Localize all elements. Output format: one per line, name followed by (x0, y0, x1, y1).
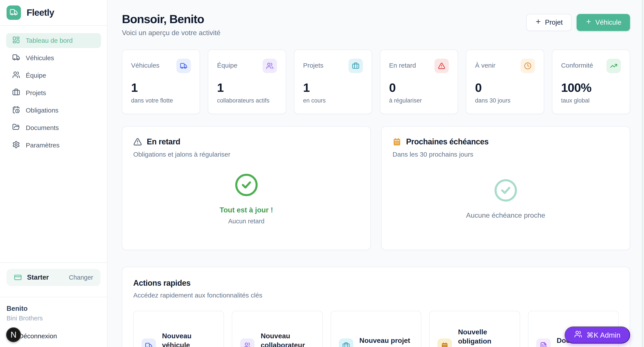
header-actions: Projet Véhicule (526, 14, 630, 31)
user-company: Bini Brothers (6, 315, 100, 322)
app-window: Fleetly Tableau de bord Véhicules Équipe (0, 0, 644, 347)
brand-logo (6, 6, 21, 20)
folder-open-icon (12, 123, 20, 132)
sidebar-item-parametres[interactable]: Paramètres (6, 138, 101, 153)
truck-icon (12, 54, 20, 63)
late-empty-title: Tout est à jour ! (220, 206, 273, 214)
upcoming-panel-subtitle: Dans les 30 prochains jours (392, 151, 619, 158)
user-section: Benito Bini Brothers Déconnexion N (0, 297, 107, 347)
file-text-icon (536, 338, 551, 347)
plus-icon (585, 18, 592, 26)
stat-card-conformite[interactable]: Conformité 100% taux global (552, 50, 630, 114)
gear-icon (12, 141, 20, 150)
sidebar-item-label: Projets (26, 89, 46, 96)
users-icon (12, 71, 20, 80)
nextjs-dev-badge[interactable]: N (6, 327, 21, 342)
add-vehicle-label: Véhicule (595, 18, 621, 26)
truck-icon (142, 338, 156, 347)
sidebar-item-label: Équipe (26, 72, 46, 79)
sidebar-item-equipe[interactable]: Équipe (6, 68, 101, 83)
sidebar-nav: Tableau de bord Véhicules Équipe Projets (0, 26, 107, 155)
admin-command-label: ⌘K Admin (586, 331, 620, 339)
add-project-button[interactable]: Projet (526, 14, 572, 31)
stat-value: 0 (389, 80, 449, 95)
late-panel: En retard Obligations et jalons à régula… (122, 126, 371, 250)
users-icon (240, 338, 254, 347)
stat-card-vehicules[interactable]: Véhicules 1 dans votre flotte (122, 50, 200, 114)
late-panel-title: En retard (147, 137, 180, 146)
check-circle-icon (234, 173, 259, 198)
stat-value: 1 (131, 80, 191, 95)
plan-box: Starter Changer (6, 269, 100, 286)
stat-card-en-retard[interactable]: En retard 0 à régulariser (380, 50, 458, 114)
stat-caption: en cours (303, 97, 363, 104)
plan-section: Starter Changer (0, 262, 107, 297)
calendar-icon (392, 138, 401, 146)
action-card-nouveau-projet[interactable]: Nouveau projet Créer un chantier (330, 311, 421, 347)
users-icon (262, 59, 277, 73)
users-icon (574, 330, 582, 340)
sidebar-item-label: Obligations (26, 107, 58, 114)
late-panel-subtitle: Obligations et jalons à régulariser (133, 151, 360, 158)
sidebar-item-label: Documents (26, 124, 59, 132)
stat-value: 1 (303, 80, 363, 95)
trending-up-icon (606, 59, 621, 73)
sidebar-item-vehicules[interactable]: Véhicules (6, 50, 101, 66)
sidebar-item-tableau-de-bord[interactable]: Tableau de bord (6, 33, 101, 48)
upcoming-panel-empty-state: Aucune échéance proche (392, 158, 619, 239)
stat-card-equipe[interactable]: Équipe 1 collaborateurs actifs (208, 50, 286, 114)
scrollbar[interactable] (642, 0, 644, 347)
stat-label: Projets (303, 59, 324, 69)
stat-value: 1 (217, 80, 277, 95)
briefcase-icon (348, 59, 363, 73)
briefcase-icon (12, 88, 20, 98)
sidebar-item-documents[interactable]: Documents (6, 120, 101, 135)
stat-value: 100% (561, 80, 621, 95)
briefcase-icon (339, 338, 353, 347)
stat-label: En retard (389, 59, 416, 69)
sidebar-item-label: Tableau de bord (26, 37, 72, 44)
stat-label: Équipe (217, 59, 237, 69)
stat-value: 0 (475, 80, 535, 95)
stat-caption: dans votre flotte (131, 97, 191, 104)
truck-icon (176, 59, 191, 73)
stat-label: Véhicules (131, 59, 160, 69)
alert-triangle-icon (434, 59, 449, 73)
brand-name: Fleetly (26, 8, 54, 18)
stat-card-a-venir[interactable]: À venir 0 dans 30 jours (466, 50, 544, 114)
calendar-icon (438, 338, 452, 347)
credit-card-icon (14, 274, 22, 281)
action-title: Nouveau projet (360, 336, 410, 345)
upcoming-panel: Prochaines échéances Dans les 30 prochai… (381, 126, 630, 250)
admin-command-button[interactable]: ⌘K Admin (564, 326, 630, 344)
action-title: Nouveau véhicule (162, 332, 216, 347)
stat-card-projets[interactable]: Projets 1 en cours (294, 50, 372, 114)
action-card-nouveau-collaborateur[interactable]: Nouveau collaborateur Ajouter à l'équipe (232, 311, 322, 347)
quick-actions-panel: Actions rapides Accédez rapidement aux f… (122, 267, 630, 347)
brand-logo-row: Fleetly (0, 0, 107, 26)
panels-row: En retard Obligations et jalons à régula… (122, 126, 630, 250)
action-card-nouvelle-obligation[interactable]: Nouvelle obligation Planifier une échéan… (429, 311, 520, 347)
stat-caption: taux global (561, 97, 621, 104)
sidebar-spacer (0, 155, 107, 262)
upcoming-empty-caption: Aucune échéance proche (466, 211, 545, 220)
quick-actions-title: Actions rapides (133, 278, 619, 288)
quick-actions-subtitle: Accédez rapidement aux fonctionnalités c… (133, 292, 619, 299)
dashboard-icon (12, 36, 20, 45)
sidebar-item-obligations[interactable]: Obligations (6, 103, 101, 118)
page-subtitle: Voici un aperçu de votre activité (122, 29, 220, 37)
page-title: Bonsoir, Benito (122, 12, 220, 26)
truck-icon (10, 8, 18, 17)
sidebar-item-projets[interactable]: Projets (6, 86, 101, 100)
logout-label: Déconnexion (19, 332, 57, 340)
main-content: Bonsoir, Benito Voici un aperçu de votre… (108, 0, 644, 347)
action-card-nouveau-vehicule[interactable]: Nouveau véhicule Ajouter à la flotte (133, 311, 224, 347)
user-name: Benito (6, 305, 100, 312)
add-vehicle-button[interactable]: Véhicule (576, 14, 630, 31)
stat-caption: à régulariser (389, 97, 449, 104)
plan-change-link[interactable]: Changer (69, 274, 93, 281)
alert-triangle-icon (133, 138, 142, 146)
check-circle-icon (494, 178, 518, 204)
sidebar-item-label: Paramètres (26, 142, 60, 149)
stat-label: Conformité (561, 59, 593, 69)
